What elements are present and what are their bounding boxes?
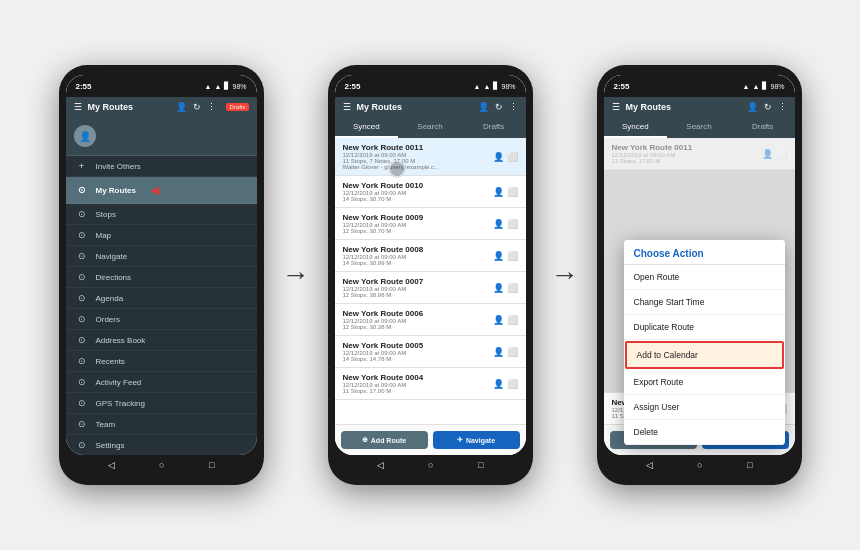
phone3-tab-drafts[interactable]: Drafts bbox=[731, 117, 795, 138]
phone2-recents-btn[interactable]: □ bbox=[478, 460, 483, 470]
sidebar-item-invite[interactable]: + Invite Others bbox=[66, 156, 257, 177]
sidebar-label-team: Team bbox=[96, 420, 116, 429]
add-route-button[interactable]: ⊕ Add Route bbox=[341, 431, 428, 449]
sidebar-label-agenda: Agenda bbox=[96, 294, 124, 303]
sidebar-item-agenda[interactable]: ⊙ Agenda bbox=[66, 288, 257, 309]
sidebar-label-activityfeed: Activity Feed bbox=[96, 378, 142, 387]
phone3-tab-synced[interactable]: Synced bbox=[604, 117, 668, 138]
sidebar-item-team[interactable]: ⊙ Team bbox=[66, 414, 257, 435]
phone3-recents-btn[interactable]: □ bbox=[747, 460, 752, 470]
action-export[interactable]: Export Route bbox=[624, 370, 785, 395]
phone3-bg-route-info: New York Route 0011 12/12/2019 at 09:00 … bbox=[612, 143, 693, 164]
phone3-tab-search[interactable]: Search bbox=[667, 117, 731, 138]
back-btn[interactable]: ◁ bbox=[108, 460, 115, 470]
route-7-action-icon-share[interactable]: ⬜ bbox=[507, 379, 518, 389]
action-open-route[interactable]: Open Route bbox=[624, 265, 785, 290]
action-change-start[interactable]: Change Start Time bbox=[624, 290, 785, 315]
route-6-action-icon-person[interactable]: 👤 bbox=[493, 347, 504, 357]
phone-1-app-header: ☰ My Routes 👤 ↻ ⋮ Drafts bbox=[66, 97, 257, 117]
route-item-1[interactable]: New York Route 0010 12/12/2019 at 09:00 … bbox=[335, 176, 526, 208]
route-meta-6: 14 Stops, 14.78 M bbox=[343, 356, 493, 362]
route-actions-0: 👤 ⬜ bbox=[493, 152, 518, 162]
phone3-home-btn[interactable]: ○ bbox=[697, 460, 702, 470]
recents-btn[interactable]: □ bbox=[209, 460, 214, 470]
menu-icon[interactable]: ☰ bbox=[74, 102, 82, 112]
route-info-0: New York Route 0011 12/12/2019 at 09:00 … bbox=[343, 143, 493, 170]
phone2-refresh-icon[interactable]: ↻ bbox=[495, 102, 503, 112]
add-route-icon: ⊕ bbox=[362, 436, 368, 444]
sidebar-item-orders[interactable]: ⊙ Orders bbox=[66, 309, 257, 330]
route-item-6[interactable]: New York Route 0005 12/12/2019 at 09:00 … bbox=[335, 336, 526, 368]
action-assign-user[interactable]: Assign User bbox=[624, 395, 785, 420]
route-1-action-icon-share[interactable]: ⬜ bbox=[507, 187, 518, 197]
phone3-more-icon[interactable]: ⋮ bbox=[778, 102, 787, 112]
route-meta-3: 14 Stops, 30.99 M bbox=[343, 260, 493, 266]
route-item-7[interactable]: New York Route 0004 12/12/2019 at 09:00 … bbox=[335, 368, 526, 400]
tab-synced[interactable]: Synced bbox=[335, 117, 399, 138]
action-delete[interactable]: Delete bbox=[624, 420, 785, 445]
route-item-0[interactable]: New York Route 0011 12/12/2019 at 09:00 … bbox=[335, 138, 526, 176]
route-7-action-icon-person[interactable]: 👤 bbox=[493, 379, 504, 389]
route-5-action-icon-share[interactable]: ⬜ bbox=[507, 315, 518, 325]
route-name-6: New York Route 0005 bbox=[343, 341, 493, 350]
phone3-refresh-icon[interactable]: ↻ bbox=[764, 102, 772, 112]
phone-2-status-icons: ▲ ▲ ▊ 98% bbox=[474, 82, 516, 90]
route-item-2[interactable]: New York Route 0009 12/12/2019 at 09:00 … bbox=[335, 208, 526, 240]
drafts-badge: Drafts bbox=[226, 103, 248, 111]
sidebar-item-settings[interactable]: ⊙ Settings bbox=[66, 435, 257, 455]
tab-drafts[interactable]: Drafts bbox=[462, 117, 526, 138]
phone3-bg-route-meta: 11 Stops, 17.00 M bbox=[612, 158, 693, 164]
route-4-action-icon-person[interactable]: 👤 bbox=[493, 283, 504, 293]
route-item-4[interactable]: New York Route 0007 12/12/2019 at 09:00 … bbox=[335, 272, 526, 304]
phone-1-time: 2:55 bbox=[76, 82, 92, 91]
route-action-icon-person[interactable]: 👤 bbox=[493, 152, 504, 162]
phone2-back-btn[interactable]: ◁ bbox=[377, 460, 384, 470]
route-2-action-icon-person[interactable]: 👤 bbox=[493, 219, 504, 229]
phone-2-title: My Routes bbox=[357, 102, 472, 112]
phone3-back-btn[interactable]: ◁ bbox=[646, 460, 653, 470]
action-duplicate[interactable]: Duplicate Route bbox=[624, 315, 785, 340]
signal-icon: ▲ bbox=[215, 83, 222, 90]
action-add-calendar[interactable]: Add to Calendar bbox=[625, 341, 784, 369]
person-icon[interactable]: 👤 bbox=[176, 102, 187, 112]
refresh-icon[interactable]: ↻ bbox=[193, 102, 201, 112]
sidebar-item-directions[interactable]: ⊙ Directions bbox=[66, 267, 257, 288]
navigate-button[interactable]: ✈ Navigate bbox=[433, 431, 520, 449]
route-3-action-icon-share[interactable]: ⬜ bbox=[507, 251, 518, 261]
phone2-person-icon[interactable]: 👤 bbox=[478, 102, 489, 112]
tab-search[interactable]: Search bbox=[398, 117, 462, 138]
phone-3-app-header: ☰ My Routes 👤 ↻ ⋮ bbox=[604, 97, 795, 117]
phone-2-bottom-bar: ◁ ○ □ bbox=[335, 455, 526, 475]
more-icon[interactable]: ⋮ bbox=[207, 102, 216, 112]
route-actions-7: 👤 ⬜ bbox=[493, 379, 518, 389]
sidebar-item-addressbook[interactable]: ⊙ Address Book bbox=[66, 330, 257, 351]
route-5-action-icon-person[interactable]: 👤 bbox=[493, 315, 504, 325]
route-3-action-icon-person[interactable]: 👤 bbox=[493, 251, 504, 261]
route-action-icon-share[interactable]: ⬜ bbox=[507, 152, 518, 162]
phone2-menu-icon[interactable]: ☰ bbox=[343, 102, 351, 112]
sidebar-item-map[interactable]: ⊙ Map bbox=[66, 225, 257, 246]
route-actions-3: 👤 ⬜ bbox=[493, 251, 518, 261]
home-btn[interactable]: ○ bbox=[159, 460, 164, 470]
phone3-menu-icon[interactable]: ☰ bbox=[612, 102, 620, 112]
sidebar-item-recents[interactable]: ⊙ Recents bbox=[66, 351, 257, 372]
route-6-action-icon-share[interactable]: ⬜ bbox=[507, 347, 518, 357]
sidebar-item-activityfeed[interactable]: ⊙ Activity Feed bbox=[66, 372, 257, 393]
recents-icon: ⊙ bbox=[76, 356, 88, 366]
sidebar-item-myroutes[interactable]: ⊙ My Routes ◄ bbox=[66, 177, 257, 204]
sidebar-label-stops: Stops bbox=[96, 210, 116, 219]
phone2-more-icon[interactable]: ⋮ bbox=[509, 102, 518, 112]
phone2-home-btn[interactable]: ○ bbox=[428, 460, 433, 470]
route-item-3[interactable]: New York Route 0008 12/12/2019 at 09:00 … bbox=[335, 240, 526, 272]
phone3-person-icon[interactable]: 👤 bbox=[747, 102, 758, 112]
route-actions-2: 👤 ⬜ bbox=[493, 219, 518, 229]
route-1-action-icon-person[interactable]: 👤 bbox=[493, 187, 504, 197]
route-meta-5: 12 Stops, 30.38 M bbox=[343, 324, 493, 330]
route-2-action-icon-share[interactable]: ⬜ bbox=[507, 219, 518, 229]
sidebar-item-gpstracking[interactable]: ⊙ GPS Tracking bbox=[66, 393, 257, 414]
sidebar-label-recents: Recents bbox=[96, 357, 125, 366]
route-item-5[interactable]: New York Route 0006 12/12/2019 at 09:00 … bbox=[335, 304, 526, 336]
sidebar-item-navigate[interactable]: ⊙ Navigate bbox=[66, 246, 257, 267]
sidebar-item-stops[interactable]: ⊙ Stops bbox=[66, 204, 257, 225]
route-4-action-icon-share[interactable]: ⬜ bbox=[507, 283, 518, 293]
